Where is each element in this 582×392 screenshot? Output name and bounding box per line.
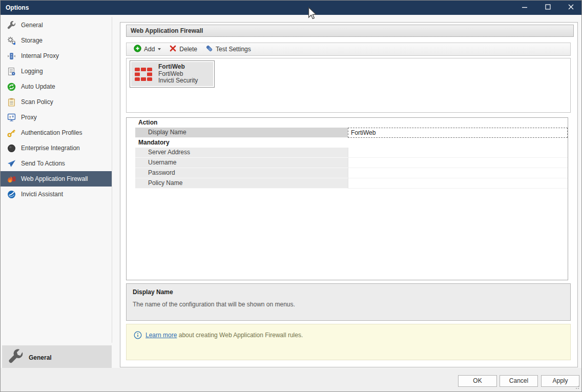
- grid-row-server-address[interactable]: Server Address: [127, 148, 568, 158]
- description-title: Display Name: [133, 288, 564, 296]
- delete-x-icon: [169, 45, 177, 54]
- waf-item-title: FortiWeb: [158, 64, 198, 71]
- test-settings-button[interactable]: Test Settings: [201, 44, 255, 55]
- sidebar-item-enterprise-integration[interactable]: Enterprise Integration: [1, 140, 112, 156]
- sidebar-item-authentication-profiles[interactable]: Authentication Profiles: [1, 125, 112, 140]
- display-name-value-field[interactable]: FortiWeb: [348, 128, 568, 138]
- sidebar-separator: [112, 17, 112, 343]
- key-icon: [7, 129, 16, 137]
- sidebar-item-label: Authentication Profiles: [21, 129, 82, 136]
- waf-item-subtitle: FortiWeb: [158, 71, 198, 78]
- firewall-flame-icon: [7, 175, 16, 183]
- minimize-button[interactable]: [513, 1, 536, 15]
- maximize-icon: [545, 4, 551, 11]
- sidebar-item-label: Web Application Firewall: [21, 175, 88, 182]
- log-document-icon: [7, 67, 16, 76]
- sidebar-item-label: Proxy: [21, 114, 37, 121]
- options-dialog: Options General Storage Internal Proxy: [0, 0, 582, 392]
- grid-gutter: [127, 128, 135, 138]
- clipboard-icon: [7, 98, 16, 107]
- grid-gutter: [127, 148, 135, 158]
- sidebar-item-label: Enterprise Integration: [21, 145, 80, 152]
- dark-sphere-icon: [7, 144, 16, 153]
- grid-gutter: [127, 178, 135, 189]
- waf-item-vendor: Invicti Security: [158, 77, 198, 85]
- username-value-field[interactable]: [348, 158, 568, 168]
- chevron-down-icon: [158, 48, 161, 50]
- test-settings-icon: [205, 45, 213, 54]
- apply-button[interactable]: Apply: [541, 375, 579, 387]
- sidebar-item-label: Scan Policy: [21, 98, 53, 106]
- sidebar-item-proxy[interactable]: Proxy: [1, 110, 112, 125]
- info-bar: Learn more about creating Web Applicatio…: [126, 324, 571, 360]
- sidebar-item-label: Send To Actions: [21, 160, 65, 167]
- grid-row-label: Password: [135, 168, 348, 178]
- add-button-label: Add: [144, 46, 155, 53]
- refresh-icon: [7, 82, 16, 91]
- sidebar-item-label: Logging: [21, 68, 43, 75]
- resize-grip[interactable]: [575, 385, 579, 389]
- grid-row-label: Display Name: [135, 128, 348, 138]
- info-bar-text: Learn more about creating Web Applicatio…: [146, 331, 303, 339]
- delete-button-label: Delete: [179, 46, 197, 53]
- password-value-field[interactable]: [348, 168, 568, 178]
- wrench-icon: [8, 349, 24, 366]
- sidebar-item-label: Auto Update: [21, 83, 55, 90]
- minimize-icon: [522, 4, 528, 11]
- sidebar-item-label: Storage: [21, 37, 43, 44]
- grid-row-display-name[interactable]: Display Name FortiWeb: [127, 128, 568, 138]
- sidebar-item-label: Internal Proxy: [21, 52, 59, 59]
- sidebar-item-scan-policy[interactable]: Scan Policy: [1, 94, 112, 110]
- add-button[interactable]: Add: [130, 44, 165, 55]
- grid-row-label: Username: [135, 158, 348, 168]
- sidebar-item-invicti-assistant[interactable]: Invicti Assistant: [1, 187, 112, 202]
- sidebar: General Storage Internal Proxy Logging A…: [1, 17, 112, 202]
- server-address-value-field[interactable]: [348, 148, 568, 158]
- info-circle-icon: [134, 331, 142, 341]
- property-description-panel: Display Name The name of the configurati…: [126, 283, 571, 321]
- grid-row-policy-name[interactable]: Policy Name: [127, 178, 568, 189]
- waf-item-text: FortiWeb FortiWeb Invicti Security: [158, 64, 198, 85]
- paper-plane-icon: [7, 159, 16, 168]
- sidebar-item-web-application-firewall[interactable]: Web Application Firewall: [1, 171, 112, 187]
- fortinet-logo-icon: [135, 68, 152, 81]
- info-bar-sentence: about creating Web Application Firewall …: [177, 332, 303, 339]
- sidebar-footer-label: General: [29, 354, 52, 361]
- waf-configuration-list[interactable]: FortiWeb FortiWeb Invicti Security: [126, 58, 571, 113]
- page-title: Web Application Firewall: [126, 25, 574, 37]
- add-plus-icon: [134, 45, 141, 54]
- maximize-button[interactable]: [536, 1, 559, 15]
- grid-gutter: [127, 168, 135, 178]
- grid-row-username[interactable]: Username: [127, 158, 568, 168]
- sidebar-item-auto-update[interactable]: Auto Update: [1, 79, 112, 94]
- wrench-icon: [7, 21, 16, 30]
- delete-button[interactable]: Delete: [165, 44, 201, 55]
- close-button[interactable]: [559, 1, 582, 15]
- assistant-swirl-icon: [7, 190, 16, 199]
- sidebar-item-internal-proxy[interactable]: Internal Proxy: [1, 48, 112, 64]
- sidebar-item-label: Invicti Assistant: [21, 191, 63, 198]
- monitor-arrows-icon: [7, 113, 16, 122]
- grid-row-label: Server Address: [135, 148, 348, 158]
- sidebar-item-logging[interactable]: Logging: [1, 64, 112, 79]
- learn-more-link[interactable]: Learn more: [146, 332, 177, 339]
- title-bar: Options: [1, 1, 582, 15]
- grid-row-password[interactable]: Password: [127, 168, 568, 178]
- sidebar-item-send-to-actions[interactable]: Send To Actions: [1, 156, 112, 171]
- cancel-button[interactable]: Cancel: [500, 375, 538, 387]
- grid-category-action[interactable]: Action: [127, 118, 568, 128]
- waf-item-fortiweb[interactable]: FortiWeb FortiWeb Invicti Security: [130, 60, 215, 88]
- grid-gutter: [127, 158, 135, 168]
- sidebar-footer-general[interactable]: General: [2, 345, 112, 369]
- sidebar-item-storage[interactable]: Storage: [1, 33, 112, 48]
- window-title: Options: [1, 4, 29, 11]
- window-controls: [513, 1, 582, 15]
- grid-category-mandatory[interactable]: Mandatory: [127, 138, 568, 148]
- proxy-server-icon: [7, 52, 16, 60]
- policy-name-value-field[interactable]: [348, 178, 568, 189]
- sidebar-item-label: General: [21, 22, 43, 29]
- property-grid: Action Display Name FortiWeb Mandatory S…: [126, 117, 568, 280]
- sidebar-item-general[interactable]: General: [1, 17, 112, 33]
- ok-button[interactable]: OK: [458, 375, 497, 387]
- grid-row-label: Policy Name: [135, 178, 348, 189]
